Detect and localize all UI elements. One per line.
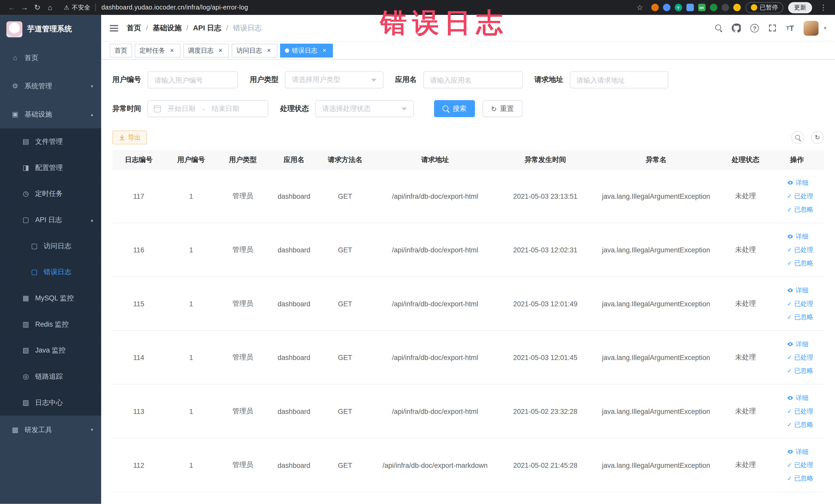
update-button[interactable]: 更新 [788,2,812,13]
sidebar-item-mysql[interactable]: ▦MySQL 监控 [0,285,101,311]
breadcrumb-item[interactable]: 基础设施 [153,23,182,33]
detail-link[interactable]: 详细 [787,445,808,458]
table-cell: 管理员 [217,245,268,255]
detail-link[interactable]: 详细 [787,337,808,351]
user-avatar[interactable] [804,21,819,36]
tab-error-log[interactable]: 错误日志× [280,44,333,58]
back-icon[interactable]: ← [5,3,18,12]
detail-link[interactable]: 详细 [787,176,808,189]
column-header: 异常名 [591,155,721,164]
tab-home[interactable]: 首页 [109,44,132,58]
font-size-icon[interactable]: TT [786,24,794,32]
extension-icon[interactable] [710,4,717,11]
sidebar-item-job[interactable]: ◷定时任务 [0,181,101,207]
page: ← → ↻ ⌂ ⚠ 不安全 dashboard.yudao.iocoder.cn… [0,0,835,504]
ignored-link[interactable]: ✓已忽略 [787,257,813,270]
ignored-link[interactable]: ✓已忽略 [787,472,813,485]
ignored-link[interactable]: ✓已忽略 [787,203,813,216]
eye-icon [787,395,793,401]
close-icon[interactable]: × [217,47,224,55]
filter-app-name: 应用名 [395,72,523,88]
column-header: 异常发生时间 [500,155,591,164]
close-icon[interactable]: × [265,47,272,55]
sidebar-item-system[interactable]: ⚙系统管理▾ [0,72,101,100]
process-status-select[interactable]: 请选择处理状态 [315,100,414,117]
tab-job[interactable]: 定时任务× [135,44,180,58]
chevron-down-icon[interactable]: ▾ [824,25,826,31]
row-actions: 详细✓已处理✓已忽略 [770,391,824,431]
extension-icon[interactable] [686,4,694,11]
user-id-input[interactable] [148,72,238,88]
sidebar-item-file[interactable]: ▤文件管理 [0,128,101,155]
detail-link[interactable]: 详细 [787,391,808,405]
eye-icon [787,180,793,186]
tab-access-log[interactable]: 访问日志× [231,44,277,58]
processed-link[interactable]: ✓已处理 [787,189,813,203]
search-toggle-button[interactable] [791,131,804,144]
sidebar-item-api-log[interactable]: ▢API 日志▴ [0,207,101,233]
sidebar-item-dev-tools[interactable]: ▩研发工具▾ [0,416,101,444]
table-cell: GET [320,300,371,308]
hamburger-icon[interactable] [109,23,118,33]
extension-icon[interactable] [733,4,740,11]
paused-extension-badge[interactable]: 已暂停 [745,2,783,13]
sidebar-item-java[interactable]: ▧Java 监控 [0,337,101,363]
table-cell: java.lang.IllegalArgumentException [591,246,721,254]
processed-link[interactable]: ✓已处理 [787,297,813,310]
check-icon: ✓ [787,368,792,374]
export-button[interactable]: 导出 [113,130,147,144]
tab-job-log[interactable]: 调度日志× [183,44,229,58]
extension-icon[interactable] [663,4,670,11]
extension-icon[interactable]: on [698,4,705,11]
tab-label: 定时任务 [140,46,165,55]
date-range-picker[interactable]: 开始日期 - 结束日期 [148,100,268,117]
sidebar-item-access-log[interactable]: ▢访问日志 [0,233,101,259]
request-url-input[interactable] [570,72,668,88]
app-name-input[interactable] [423,72,523,88]
sidebar-item-redis[interactable]: ▥Redis 监控 [0,311,101,337]
security-label[interactable]: 不安全 [72,3,90,11]
url-text[interactable]: dashboard.yudao.iocoder.cn/infra/log/api… [101,4,248,11]
ignored-link[interactable]: ✓已忽略 [787,418,813,431]
sidebar-item-error-log[interactable]: ▢错误日志 [0,259,101,285]
table-cell: java.lang.IllegalArgumentException [591,354,721,362]
processed-link[interactable]: ✓已处理 [787,243,813,257]
home-icon[interactable]: ⌂ [44,3,57,12]
fullscreen-icon[interactable] [769,24,776,32]
processed-link[interactable]: ✓已处理 [787,405,813,418]
menu-dots-icon[interactable]: ⋮ [817,3,830,12]
detail-link[interactable]: 详细 [787,230,808,243]
reset-button[interactable]: ↻ 重置 [483,100,522,117]
refresh-button[interactable]: ↻ [811,131,824,144]
ignored-link[interactable]: ✓已忽略 [787,310,813,323]
breadcrumb-item[interactable]: 首页 [127,23,141,33]
processed-link[interactable]: ✓已处理 [787,351,813,364]
help-icon[interactable]: ? [751,24,759,32]
sidebar-item-infra[interactable]: ▣基础设施▴ [0,100,101,128]
reload-icon[interactable]: ↻ [31,3,44,12]
detail-link[interactable]: 详细 [787,284,808,297]
eye-icon [787,448,793,455]
column-header: 操作 [770,155,824,164]
search-icon[interactable] [715,24,722,31]
close-icon[interactable]: × [321,47,328,55]
forward-icon[interactable]: → [18,3,31,12]
search-button[interactable]: 搜索 [434,100,475,117]
processed-link[interactable]: ✓已处理 [787,458,813,472]
sidebar-item-trace[interactable]: ◎链路追踪 [0,363,101,389]
sidebar-item-config[interactable]: ◨配置管理 [0,155,101,181]
table-cell: dashboard [268,192,320,200]
extension-icon[interactable] [651,4,658,11]
github-icon[interactable] [732,23,741,32]
filter-exception-time: 异常时间 开始日期 - 结束日期 [113,100,268,117]
breadcrumb-item[interactable]: API 日志 [193,23,222,33]
ignored-link[interactable]: ✓已忽略 [787,364,813,378]
sidebar-item-home[interactable]: ⌂首页 [0,44,101,72]
extension-icon[interactable]: Y [675,4,682,11]
sidebar-item-log-center[interactable]: ▨日志中心 [0,389,101,416]
extension-icon[interactable] [721,4,729,11]
user-type-select[interactable]: 请选择用户类型 [285,72,384,88]
close-icon[interactable]: × [168,47,176,55]
bookmark-star-icon[interactable]: ☆ [633,3,646,12]
breadcrumb-item: 错误日志 [233,23,262,33]
